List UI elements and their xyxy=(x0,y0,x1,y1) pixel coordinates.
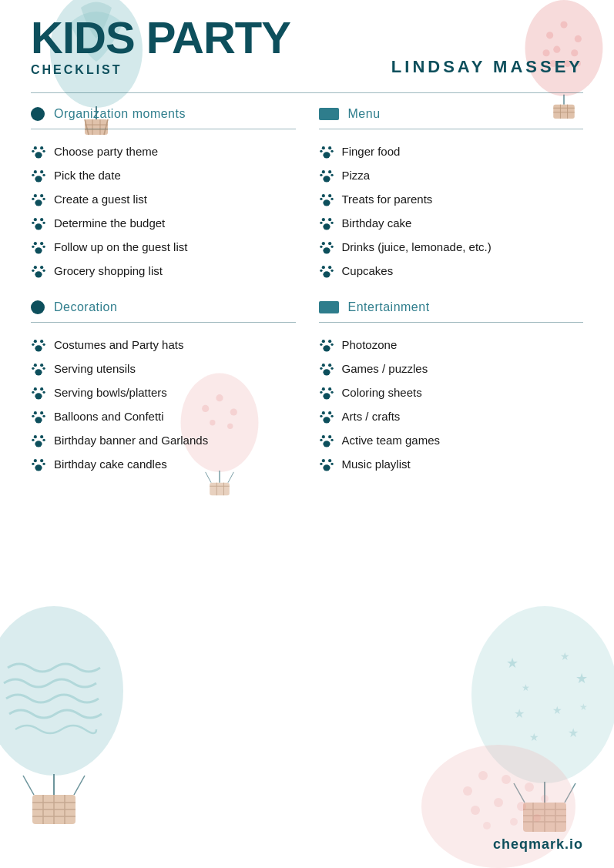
dec-title: Decoration xyxy=(54,300,117,314)
svg-point-121 xyxy=(34,387,37,390)
svg-point-100 xyxy=(35,223,42,230)
list-item: Balloons and Confetti xyxy=(31,408,296,427)
svg-point-159 xyxy=(330,222,333,224)
svg-point-136 xyxy=(34,459,37,462)
svg-point-131 xyxy=(34,435,37,438)
item-text: Photozone xyxy=(342,337,398,353)
item-text: Serving utensils xyxy=(54,360,136,377)
svg-point-108 xyxy=(32,270,34,272)
svg-text:★: ★ xyxy=(560,650,570,662)
svg-point-185 xyxy=(323,393,330,399)
list-item: Serving utensils xyxy=(31,360,296,380)
paw-icon xyxy=(31,338,46,356)
paw-icon xyxy=(319,338,334,356)
header-divider xyxy=(31,92,583,93)
paw-icon xyxy=(31,362,46,380)
list-item: Music playlist xyxy=(319,456,584,475)
svg-point-99 xyxy=(42,222,45,224)
list-item: Treats for parents xyxy=(319,191,584,210)
svg-point-91 xyxy=(34,194,37,197)
svg-point-139 xyxy=(42,463,45,465)
svg-line-48 xyxy=(74,776,85,795)
paw-icon xyxy=(319,193,334,210)
svg-point-156 xyxy=(321,218,324,221)
svg-point-164 xyxy=(330,246,333,248)
ent-divider xyxy=(319,322,584,323)
svg-point-85 xyxy=(35,152,42,158)
svg-point-199 xyxy=(330,463,333,465)
item-text: Serving bowls/platters xyxy=(54,384,167,400)
paw-icon xyxy=(31,145,46,163)
title-block: KIDS PARTY CHECKLIST xyxy=(31,15,290,77)
svg-point-157 xyxy=(328,218,331,221)
svg-rect-60 xyxy=(523,803,566,832)
svg-point-197 xyxy=(328,459,331,462)
svg-point-114 xyxy=(42,344,45,346)
svg-point-167 xyxy=(328,266,331,269)
person-name: LINDSAY MASSEY xyxy=(391,57,583,77)
svg-point-94 xyxy=(42,198,45,200)
svg-point-119 xyxy=(42,367,45,370)
svg-point-92 xyxy=(40,194,43,197)
main-columns: Organization moments Choose party theme … xyxy=(31,107,583,494)
item-text: Birthday banner and Garlands xyxy=(54,432,208,448)
svg-point-116 xyxy=(34,364,37,367)
svg-point-83 xyxy=(32,150,34,152)
svg-point-160 xyxy=(323,223,330,230)
item-text: Costumes and Party hats xyxy=(54,337,183,353)
svg-point-187 xyxy=(328,411,331,414)
svg-text:★: ★ xyxy=(552,704,562,716)
svg-point-171 xyxy=(321,340,324,343)
svg-point-133 xyxy=(32,439,34,441)
svg-point-175 xyxy=(323,345,330,351)
balloon-bottom-right: ★ ★ ★ ★ ★ ★ ★ ★ ★ xyxy=(460,606,614,829)
svg-point-183 xyxy=(320,391,322,394)
svg-point-152 xyxy=(328,194,331,197)
list-item: Cupcakes xyxy=(319,263,584,282)
svg-point-200 xyxy=(323,464,330,471)
svg-point-165 xyxy=(323,247,330,253)
svg-point-186 xyxy=(321,411,324,414)
svg-point-128 xyxy=(32,415,34,417)
svg-point-178 xyxy=(320,367,322,370)
paw-icon xyxy=(31,410,46,427)
svg-point-78 xyxy=(483,822,491,829)
svg-point-142 xyxy=(328,146,331,149)
svg-line-47 xyxy=(23,776,34,795)
svg-point-151 xyxy=(321,194,324,197)
paw-icon xyxy=(31,169,46,186)
item-text: Pizza xyxy=(342,167,371,183)
svg-point-90 xyxy=(35,176,42,182)
svg-point-102 xyxy=(40,242,43,245)
paw-icon xyxy=(319,145,334,163)
list-item: Drinks (juice, lemonade, etc.) xyxy=(319,239,584,258)
svg-text:★: ★ xyxy=(579,702,588,712)
svg-point-150 xyxy=(323,176,330,182)
svg-point-110 xyxy=(35,271,42,277)
svg-point-194 xyxy=(330,439,333,441)
dec-icon xyxy=(31,300,45,314)
ent-title: Entertainment xyxy=(348,300,430,314)
item-text: Active team games xyxy=(342,432,441,448)
paw-icon xyxy=(319,457,334,475)
paw-icon xyxy=(31,264,46,282)
svg-point-76 xyxy=(517,802,526,811)
paw-icon xyxy=(319,362,334,380)
svg-point-127 xyxy=(40,411,43,414)
svg-text:★: ★ xyxy=(575,671,588,686)
brand-text: cheqmark.io xyxy=(493,836,583,852)
section-menu-header: Menu xyxy=(319,107,584,121)
svg-point-77 xyxy=(541,795,549,803)
svg-point-113 xyxy=(32,344,34,346)
svg-point-73 xyxy=(525,783,534,792)
svg-point-96 xyxy=(34,218,37,221)
svg-point-122 xyxy=(40,387,43,390)
org-icon xyxy=(31,107,45,121)
svg-point-132 xyxy=(40,435,43,438)
svg-point-182 xyxy=(328,387,331,390)
svg-point-189 xyxy=(330,415,333,417)
svg-point-49 xyxy=(471,606,614,783)
paw-icon xyxy=(31,216,46,234)
brand-footer: cheqmark.io xyxy=(493,836,583,853)
list-item: Pick the date xyxy=(31,167,296,186)
